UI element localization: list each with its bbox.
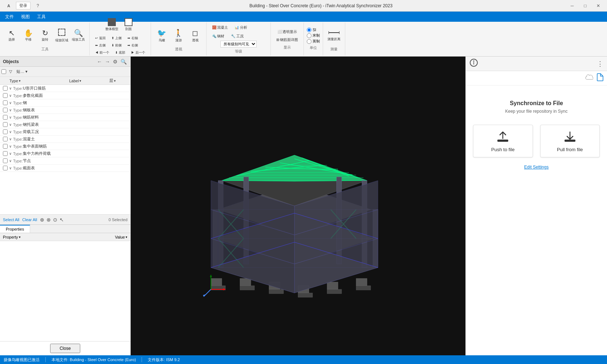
edit-settings-link[interactable]: Edit Settings [524,165,549,170]
layer-filter-icon[interactable]: ▾ [114,79,116,83]
select-all-btn[interactable]: Select All [3,218,19,222]
toolbar-group-category: 🧱 混凝土 📊 分析 🔩 钢材 🔧 工况 所有级别均可见 等级 [207,22,271,55]
svg-rect-40 [269,289,284,294]
lang-button[interactable]: A [3,2,15,10]
search-btn[interactable]: 🔍 [120,59,127,65]
work-category[interactable]: 🔧 工况 [228,33,246,40]
analysis-category[interactable]: 📊 分析 [232,24,250,31]
steel-category[interactable]: 🔩 钢材 [209,33,227,40]
back-btn[interactable]: ← [96,59,103,65]
svg-rect-35 [211,278,222,286]
menu-file[interactable]: 文件 [1,12,17,21]
si-radio[interactable] [307,28,311,32]
bird-eye-tool[interactable]: 🐦 鸟瞰 [154,26,170,45]
whole-model-tool[interactable]: 整体模型 [104,15,120,34]
pan-tool[interactable]: ✋ 平移 [20,26,36,45]
item-checkbox-2[interactable] [3,100,8,105]
list-item[interactable]: ∨ Type: U形开口箍筋 [0,85,130,92]
close-btn-row: Close [0,341,130,355]
nav-back[interactable]: ↩ 返回 [93,35,108,42]
metric-radio[interactable] [307,33,311,38]
maximize-button[interactable]: □ [579,2,591,10]
close-button[interactable]: ✕ [592,2,604,10]
item-checkbox-3[interactable] [3,108,8,112]
nav-right-axis[interactable]: ➡ 右轴 [125,35,140,42]
list-item[interactable]: ∨ Type: 集中表面钢筋 [0,143,130,150]
push-to-file-button[interactable]: Push to file [473,125,533,157]
item-checkbox-8[interactable] [3,144,8,149]
property-filter-icon[interactable]: ▾ [19,235,21,239]
zoom-region-tool[interactable]: 缩放区域 [54,26,70,45]
item-checkbox-1[interactable] [3,93,8,98]
section-tool[interactable]: 剖面 [121,15,137,34]
forward-btn[interactable]: → [104,59,111,65]
list-item[interactable]: ∨ Type: 节点 [0,157,130,165]
zoom-tools[interactable]: 🔍 缩放工具 [70,26,86,45]
properties-tab[interactable]: Properties [0,225,30,233]
nav-left[interactable]: ⬅ 左侧 [93,42,108,49]
nav-bottom[interactable]: ⬇ 底部 [113,49,128,56]
list-item[interactable]: ∨ Type: 集中力构件荷载 [0,150,130,157]
list-item[interactable]: ∨ Type: 钢筋材料 [0,114,130,121]
list-item[interactable]: ∨ Type: 混凝土 [0,136,130,143]
clear-all-btn[interactable]: Clear All [22,218,37,222]
item-checkbox-4[interactable] [3,115,8,120]
group-action-2[interactable]: ⊗ [46,217,51,223]
group-action-3[interactable]: ⊙ [53,217,57,223]
list-item[interactable]: ∨ Type: 钢板表 [0,107,130,114]
file-icon[interactable] [597,73,603,83]
label-filter-icon[interactable]: ▾ [80,79,81,83]
list-item[interactable]: ∨ Type: 荷载工况 [0,128,130,136]
zoom-label: 缩放工具 [72,37,85,42]
settings-btn[interactable]: ⚙ [112,59,118,65]
walk-tool[interactable]: 🚶 漫游 [171,26,187,45]
minimize-button[interactable]: ─ [566,2,578,10]
svg-rect-45 [356,278,367,286]
nav-top[interactable]: ⬆ 上侧 [109,35,125,42]
viewport[interactable] [131,57,465,355]
menu-tools[interactable]: 工具 [33,12,49,21]
list-item[interactable]: ∨ Type: 截面表 [0,165,130,172]
nav-next[interactable]: ▶ 后一个 [129,49,148,56]
item-checkbox-0[interactable] [3,86,8,91]
item-checkbox-10[interactable] [3,158,8,163]
main-area: Objects ← → ⚙ 🔍 ▽ 短… ▾ Type ▾ Label [0,57,607,355]
steel-rebar-detail[interactable]: ⊞ 钢筋面详图 [274,36,301,44]
type-filter-icon[interactable]: ▾ [19,79,21,83]
help-button[interactable]: ? [32,2,44,10]
pull-from-file-button[interactable]: Pull from file [540,125,600,157]
level-dropdown[interactable]: 所有级别均可见 [220,41,257,47]
measure-distance-tool[interactable]: 测量距离 [326,26,342,45]
transparent-display[interactable]: ⬜ 透明显示 [275,28,300,36]
item-checkbox-7[interactable] [3,137,8,141]
cloud-icon[interactable] [585,74,593,82]
nav-front[interactable]: ⬇ 前侧 [109,42,125,49]
transparent-tool[interactable]: ◻ 透视 [187,26,203,45]
item-checkbox-5[interactable] [3,122,8,127]
menu-view[interactable]: 视图 [17,12,33,21]
item-checkbox-6[interactable] [3,129,8,134]
info-icon[interactable]: i [469,58,478,69]
short-filter[interactable]: 短… ▾ [15,68,29,75]
list-item[interactable]: ∨ Type: 钢托梁表 [0,121,130,128]
select-all-checkbox[interactable] [1,69,6,74]
item-arrow-10: ∨ [9,159,12,163]
login-button[interactable]: 登录 [16,2,30,9]
list-item[interactable]: ∨ Type: 参数化截面 [0,92,130,99]
select-tool[interactable]: ↖ 选择 [4,26,20,45]
imperial-radio[interactable] [307,39,311,44]
filter-btn[interactable]: ▽ [8,69,13,75]
nav-right[interactable]: ➡ 右侧 [125,42,140,49]
rotate-tool[interactable]: ↻ 旋转 [37,26,53,45]
item-checkbox-9[interactable] [3,151,8,156]
concrete-category[interactable]: 🧱 混凝土 [209,24,231,31]
list-item[interactable]: ∨ Type: 钢 [0,99,130,107]
objects-list: ∨ Type: U形开口箍筋 ∨ Type: 参数化截面 ∨ Type: 钢 [0,85,130,214]
close-button[interactable]: Close [50,344,80,353]
cursor-action[interactable]: ↖ [60,217,64,223]
group-action-1[interactable]: ⊕ [40,217,44,223]
nav-prev[interactable]: ◀ 前一个 [93,49,112,56]
value-filter-icon[interactable]: ▾ [126,235,127,239]
item-checkbox-11[interactable] [3,166,8,170]
right-panel-menu-icon[interactable]: ⋮ [597,60,603,68]
